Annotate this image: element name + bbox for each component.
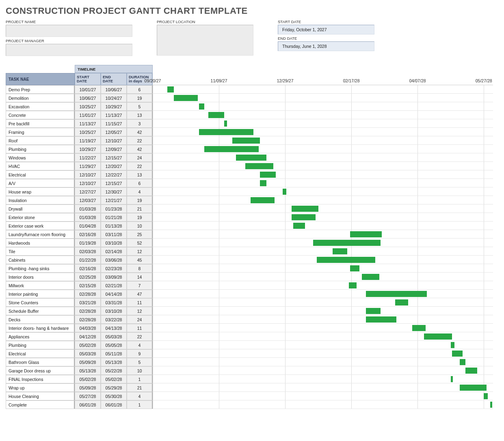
end-date-cell[interactable]: 12/10/27 xyxy=(101,136,127,145)
task-name-cell[interactable]: Electrical xyxy=(6,349,75,358)
start-date-cell[interactable]: 11/29/27 xyxy=(75,162,101,170)
end-date-cell[interactable]: 10/29/27 xyxy=(101,102,127,111)
end-date-cell[interactable]: 05/11/28 xyxy=(101,349,127,358)
duration-cell[interactable]: 22 xyxy=(127,162,153,170)
task-name-cell[interactable]: Plumbing xyxy=(6,145,75,153)
duration-cell[interactable]: 12 xyxy=(127,247,153,256)
duration-cell[interactable]: 5 xyxy=(127,358,153,366)
start-date-cell[interactable]: 04/03/28 xyxy=(75,324,101,332)
end-date-cell[interactable]: 12/15/27 xyxy=(101,179,127,187)
duration-cell[interactable]: 22 xyxy=(127,136,153,145)
end-date-cell[interactable]: 10/24/27 xyxy=(101,94,127,102)
start-date-cell[interactable]: 10/25/27 xyxy=(75,102,101,111)
start-date-cell[interactable]: 05/09/28 xyxy=(75,358,101,366)
task-name-cell[interactable]: Appliances xyxy=(6,332,75,341)
task-name-cell[interactable]: Concrete xyxy=(6,111,75,119)
end-date-cell[interactable]: 03/11/28 xyxy=(101,230,127,239)
start-date-cell[interactable]: 02/16/28 xyxy=(75,230,101,239)
start-date-cell[interactable]: 05/13/28 xyxy=(75,366,101,375)
start-date-cell[interactable]: 01/04/28 xyxy=(75,222,101,230)
start-date-cell[interactable]: 06/01/28 xyxy=(75,400,101,409)
start-date-cell[interactable]: 04/12/28 xyxy=(75,332,101,341)
duration-cell[interactable]: 6 xyxy=(127,179,153,187)
end-date-cell[interactable]: 12/05/27 xyxy=(101,128,127,136)
end-date-cell[interactable]: 03/22/28 xyxy=(101,315,127,324)
end-date-cell[interactable]: 03/10/28 xyxy=(101,239,127,247)
end-date-cell[interactable]: 05/02/28 xyxy=(101,375,127,383)
start-date-cell[interactable]: 02/28/28 xyxy=(75,290,101,298)
start-date-cell[interactable]: 01/22/28 xyxy=(75,256,101,264)
duration-cell[interactable]: 45 xyxy=(127,256,153,264)
duration-cell[interactable]: 4 xyxy=(127,187,153,196)
task-name-cell[interactable]: Millwork xyxy=(6,281,75,290)
end-date-cell[interactable]: 06/01/28 xyxy=(101,400,127,409)
duration-cell[interactable]: 21 xyxy=(127,204,153,213)
start-date-cell[interactable]: 05/09/28 xyxy=(75,383,101,392)
duration-cell[interactable]: 1 xyxy=(127,375,153,383)
duration-cell[interactable]: 14 xyxy=(127,273,153,281)
start-date-cell[interactable]: 11/13/27 xyxy=(75,119,101,128)
duration-cell[interactable]: 24 xyxy=(127,315,153,324)
duration-cell[interactable]: 13 xyxy=(127,170,153,179)
duration-cell[interactable]: 19 xyxy=(127,213,153,222)
end-date-cell[interactable]: 10/06/27 xyxy=(101,85,127,94)
end-date-cell[interactable]: 03/31/28 xyxy=(101,298,127,307)
task-name-cell[interactable]: Interior doors- hang & hardware xyxy=(6,324,75,332)
end-date-cell[interactable]: 12/30/27 xyxy=(101,187,127,196)
duration-cell[interactable]: 13 xyxy=(127,111,153,119)
duration-cell[interactable]: 10 xyxy=(127,366,153,375)
start-date-cell[interactable]: 02/28/28 xyxy=(75,315,101,324)
task-name-cell[interactable]: Wrap up xyxy=(6,383,75,392)
duration-cell[interactable]: 4 xyxy=(127,392,153,400)
task-name-cell[interactable]: Demo Prep xyxy=(6,85,75,94)
start-date-cell[interactable]: 11/22/27 xyxy=(75,153,101,162)
end-date-cell[interactable]: 11/13/27 xyxy=(101,111,127,119)
task-name-cell[interactable]: Exterior case work xyxy=(6,222,75,230)
duration-cell[interactable]: 22 xyxy=(127,332,153,341)
end-date-cell[interactable]: 02/21/28 xyxy=(101,281,127,290)
duration-cell[interactable]: 24 xyxy=(127,153,153,162)
duration-cell[interactable]: 11 xyxy=(127,324,153,332)
duration-cell[interactable]: 25 xyxy=(127,230,153,239)
duration-cell[interactable]: 52 xyxy=(127,239,153,247)
duration-cell[interactable]: 19 xyxy=(127,196,153,204)
duration-cell[interactable]: 19 xyxy=(127,94,153,102)
start-date-cell[interactable]: 05/27/28 xyxy=(75,392,101,400)
task-name-cell[interactable]: Exterior stone xyxy=(6,213,75,222)
task-name-cell[interactable]: Schedule Buffer xyxy=(6,307,75,315)
end-date-cell[interactable]: 05/05/28 xyxy=(101,341,127,349)
end-date-cell[interactable]: 02/14/28 xyxy=(101,247,127,256)
end-date-cell[interactable]: 05/03/28 xyxy=(101,332,127,341)
duration-cell[interactable]: 11 xyxy=(127,298,153,307)
end-date-cell[interactable]: 12/09/27 xyxy=(101,145,127,153)
start-date-cell[interactable]: 01/03/28 xyxy=(75,213,101,222)
end-date-cell[interactable]: 05/29/28 xyxy=(101,383,127,392)
task-name-cell[interactable]: Windows xyxy=(6,153,75,162)
start-date-cell[interactable]: 03/21/28 xyxy=(75,298,101,307)
task-name-cell[interactable]: Drywall xyxy=(6,204,75,213)
end-date-cell[interactable]: 03/10/28 xyxy=(101,307,127,315)
end-date-cell[interactable]: 03/09/28 xyxy=(101,273,127,281)
start-date-field[interactable]: Friday, October 1, 2027 xyxy=(278,25,374,34)
duration-cell[interactable]: 6 xyxy=(127,85,153,94)
start-date-cell[interactable]: 01/03/28 xyxy=(75,204,101,213)
duration-cell[interactable]: 4 xyxy=(127,341,153,349)
end-date-cell[interactable]: 03/06/28 xyxy=(101,256,127,264)
task-name-cell[interactable]: Stone Counters xyxy=(6,298,75,307)
duration-cell[interactable]: 10 xyxy=(127,222,153,230)
end-date-cell[interactable]: 12/22/27 xyxy=(101,170,127,179)
start-date-cell[interactable]: 02/25/28 xyxy=(75,273,101,281)
task-name-cell[interactable]: House Cleaning xyxy=(6,392,75,400)
start-date-cell[interactable]: 10/25/27 xyxy=(75,128,101,136)
task-name-cell[interactable]: Laundry/furnace room flooring xyxy=(6,230,75,239)
end-date-cell[interactable]: 02/23/28 xyxy=(101,264,127,273)
duration-cell[interactable]: 7 xyxy=(127,281,153,290)
task-name-cell[interactable]: Framing xyxy=(6,128,75,136)
end-date-cell[interactable]: 05/30/28 xyxy=(101,392,127,400)
task-name-cell[interactable]: Electrical xyxy=(6,170,75,179)
task-name-cell[interactable]: HVAC xyxy=(6,162,75,170)
start-date-cell[interactable]: 05/03/28 xyxy=(75,349,101,358)
task-name-cell[interactable]: Plumbing xyxy=(6,341,75,349)
project-manager-field[interactable] xyxy=(6,44,132,56)
start-date-cell[interactable]: 11/19/27 xyxy=(75,136,101,145)
